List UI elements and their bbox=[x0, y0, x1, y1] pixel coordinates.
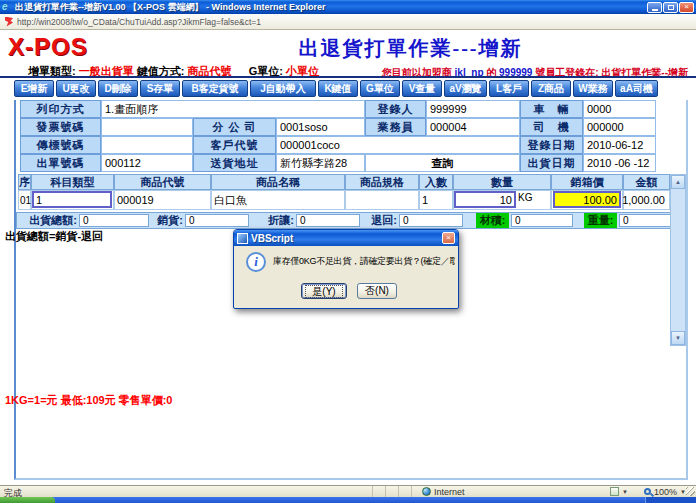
toolbar-button-custom-code[interactable]: B客定貨號 bbox=[182, 80, 248, 97]
dialog-close-button[interactable]: × bbox=[442, 232, 455, 244]
label-no-value[interactable] bbox=[101, 136, 193, 154]
start-button[interactable] bbox=[0, 497, 55, 503]
returns-label: 退回: bbox=[365, 213, 397, 228]
col-header-price: 銷箱價 bbox=[551, 174, 623, 190]
address-label: 送貨地址 bbox=[193, 154, 276, 172]
price-rule-note: 1KG=1=元 最低:109元 零售單價:0 bbox=[5, 393, 173, 408]
item-seq: 01 bbox=[18, 190, 31, 210]
zoom-magnifier-icon[interactable] bbox=[644, 488, 651, 495]
url-text[interactable]: http://win2008/tw/o_CData/ChuTuiAdd.asp?… bbox=[17, 17, 261, 27]
window-title: 出退貨打單作業--增新V1.00 【X-POS 雲端網】 - Windows I… bbox=[15, 1, 647, 14]
toolbar-button-keyvalue[interactable]: K鍵值 bbox=[318, 80, 358, 97]
yes-button-label: 是(Y) bbox=[305, 285, 342, 298]
salesman-value[interactable]: 000004 bbox=[426, 118, 520, 136]
taskbar bbox=[0, 497, 696, 503]
restore-button[interactable] bbox=[663, 2, 678, 13]
ship-date-value[interactable]: 2010 -06 -12 bbox=[583, 154, 656, 172]
driver-value[interactable]: 000000 bbox=[583, 118, 656, 136]
address-bar: http://win2008/tw/o_CData/ChuTuiAdd.asp?… bbox=[0, 14, 696, 30]
restore-icon bbox=[668, 5, 674, 10]
weight-value[interactable]: 0 bbox=[619, 214, 673, 227]
toolbar-button-product[interactable]: Z商品 bbox=[531, 80, 571, 97]
globe-icon bbox=[422, 487, 431, 496]
col-header-name: 商品名稱 bbox=[211, 174, 345, 190]
page-error-icon bbox=[5, 17, 13, 27]
total-formula-note: 出貨總額=銷貨-退回 bbox=[5, 229, 103, 244]
reg-date-label: 登錄日期 bbox=[520, 136, 583, 154]
item-spec bbox=[345, 190, 419, 210]
ship-date-label: 出貨日期 bbox=[520, 154, 583, 172]
registrant-value[interactable]: 999999 bbox=[426, 100, 520, 118]
dialog-message: 庫存僅0KG不足出貨，請確定要出貨？(確定／取消) bbox=[273, 255, 455, 268]
label-no-label: 傳標號碼 bbox=[20, 136, 101, 154]
summary-bar: 出貨總額: 0 銷貨: 0 折讓: 0 退回: 0 材積: 0 重量: 0 bbox=[16, 212, 686, 229]
no-button-label: 否(N) bbox=[365, 284, 389, 298]
col-header-amount: 金額 bbox=[623, 174, 670, 190]
box-price-input[interactable] bbox=[553, 191, 621, 208]
xpos-logo: X-POS bbox=[8, 33, 88, 61]
returns-value[interactable]: 0 bbox=[399, 214, 463, 227]
vehicle-value[interactable]: 0000 bbox=[583, 100, 656, 118]
toolbar-button-sales[interactable]: W業務 bbox=[573, 80, 613, 97]
address-value[interactable]: 新竹縣李路28 bbox=[276, 154, 365, 172]
close-button[interactable]: × bbox=[679, 2, 694, 13]
sales-value[interactable]: 0 bbox=[185, 214, 249, 227]
page-content: X-POS 出退貨打單作業---增新 增單類型: 一般出貨單 鍵值方式: 商品代… bbox=[0, 30, 696, 485]
qty-input[interactable] bbox=[454, 191, 516, 208]
toolbar-button-unit[interactable]: G單位 bbox=[360, 80, 400, 97]
print-mode-label: 列印方式 bbox=[20, 100, 101, 118]
branch-value[interactable]: 0001soso bbox=[276, 118, 365, 136]
toolbar-button-add[interactable]: E增新 bbox=[14, 80, 54, 97]
item-per-pack: 1 bbox=[419, 190, 453, 210]
col-header-qty: 數量 bbox=[453, 174, 551, 190]
system-tray bbox=[645, 497, 696, 503]
account-type-input[interactable] bbox=[32, 191, 112, 208]
discount-value[interactable]: 0 bbox=[296, 214, 360, 227]
dialog-titlebar[interactable]: VBScript × bbox=[234, 230, 458, 246]
volume-label: 材積: bbox=[476, 213, 509, 228]
toolbar-button-customer[interactable]: L客戶 bbox=[489, 80, 529, 97]
reg-date-value[interactable]: 2010-06-12 bbox=[583, 136, 656, 154]
scroll-up-button[interactable]: ▲ bbox=[671, 175, 685, 189]
query-button[interactable]: 查詢 bbox=[365, 154, 520, 172]
caret-down-icon[interactable]: ▼ bbox=[622, 489, 628, 495]
minimize-icon bbox=[652, 9, 658, 11]
item-product-name: 白口魚 bbox=[211, 190, 345, 210]
toolbar-button-driver[interactable]: aA司機 bbox=[615, 80, 658, 97]
toolbar-button-browse[interactable]: aV瀏覽 bbox=[444, 80, 487, 97]
vbscript-dialog: VBScript × i 庫存僅0KG不足出貨，請確定要出貨？(確定／取消) 是… bbox=[233, 229, 459, 309]
total-value[interactable]: 0 bbox=[79, 214, 149, 227]
zoom-level[interactable]: 100% bbox=[654, 487, 677, 497]
driver-label: 司 機 bbox=[520, 118, 583, 136]
toolbar-button-autofill[interactable]: J自動帶入 bbox=[250, 80, 316, 97]
qty-unit: KG bbox=[518, 192, 532, 203]
toolbar-button-update[interactable]: U更改 bbox=[56, 80, 96, 97]
total-label: 出貨總額: bbox=[17, 213, 77, 228]
toolbar: E增新 U更改 D刪除 S存單 B客定貨號 J自動帶入 K鍵值 G單位 V查量 … bbox=[14, 80, 660, 98]
col-header-perpack: 入數 bbox=[419, 174, 453, 190]
toolbar-button-delete[interactable]: D刪除 bbox=[98, 80, 138, 97]
status-separators bbox=[372, 486, 424, 497]
print-mode-value[interactable]: 1.畫面順序 bbox=[101, 100, 365, 118]
toolbar-button-checkqty[interactable]: V查量 bbox=[402, 80, 442, 97]
order-no-value[interactable]: 000112 bbox=[101, 154, 193, 172]
status-bar: 完成 Internet ▼ 100% ▼ bbox=[0, 485, 696, 497]
toolbar-button-save[interactable]: S存單 bbox=[140, 80, 180, 97]
info-icon: i bbox=[246, 252, 266, 272]
security-zone: Internet bbox=[422, 486, 465, 497]
weight-label: 重量: bbox=[584, 213, 617, 228]
invoice-no-value[interactable] bbox=[101, 118, 193, 136]
yes-button[interactable]: 是(Y) bbox=[301, 283, 347, 299]
minimize-button[interactable] bbox=[647, 2, 662, 13]
no-button[interactable]: 否(N) bbox=[357, 283, 397, 299]
scroll-down-button[interactable]: ▼ bbox=[671, 331, 685, 345]
table-scrollbar[interactable]: ▲ ▼ bbox=[670, 174, 686, 346]
protected-mode-icon[interactable] bbox=[610, 487, 619, 496]
col-header-spec: 商品規格 bbox=[345, 174, 419, 190]
zone-text: Internet bbox=[434, 487, 465, 497]
customer-code-value[interactable]: 000001coco bbox=[276, 136, 520, 154]
resize-grip[interactable] bbox=[686, 487, 695, 496]
volume-value[interactable]: 0 bbox=[511, 214, 573, 227]
item-product-code: 000019 bbox=[114, 190, 211, 210]
header-divider bbox=[0, 76, 696, 78]
